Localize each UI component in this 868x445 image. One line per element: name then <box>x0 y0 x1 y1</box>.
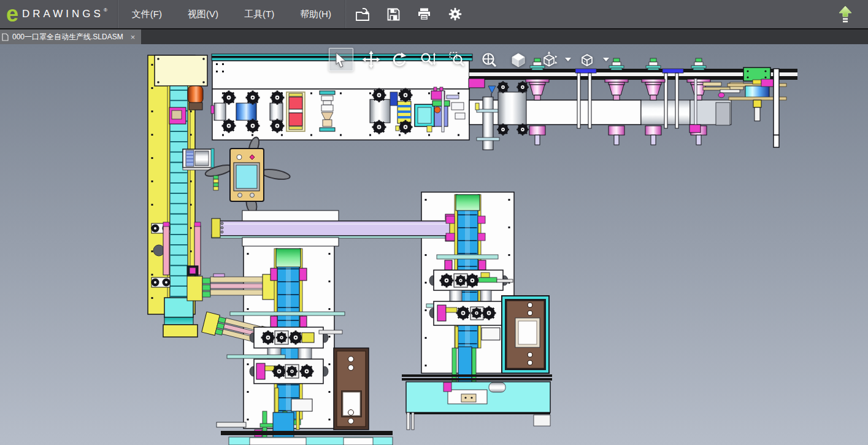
logo-wordmark: DRAWINGS <box>22 8 104 20</box>
zoom-window-icon <box>449 52 466 68</box>
tab-close-icon[interactable]: × <box>131 33 136 42</box>
rotate-arrow-icon <box>391 52 408 68</box>
publish-button[interactable] <box>837 5 868 23</box>
drawing-canvas[interactable] <box>0 44 868 445</box>
zoom-window-tool-button[interactable] <box>447 50 467 69</box>
menu-items: 文件(F) 视图(V) 工具(T) 帮助(H) <box>118 6 345 23</box>
quick-toolbar <box>346 6 472 23</box>
menubar: e DRAWINGS ® 文件(F) 视图(V) 工具(T) 帮助(H) <box>0 0 868 28</box>
menu-tools[interactable]: 工具(T) <box>240 6 278 23</box>
logo-e-glyph: e <box>6 2 18 26</box>
rotate-tool-button[interactable] <box>390 50 409 69</box>
zoom-fit-icon <box>481 52 497 68</box>
document-icon <box>2 33 9 41</box>
pan-arrows-icon <box>362 50 380 69</box>
print-button[interactable] <box>416 6 433 23</box>
right-machine-tank[interactable] <box>406 382 550 412</box>
shaded-view-button[interactable] <box>509 50 528 69</box>
select-tool-button[interactable] <box>329 48 353 71</box>
document-tab[interactable]: 000一口罩全自动生产线.SLDASM × <box>0 29 141 44</box>
save-icon <box>386 7 401 22</box>
view-orientation-caret[interactable] <box>565 58 571 61</box>
rotary-fixture[interactable] <box>204 136 291 215</box>
assembly-drawing <box>0 44 868 445</box>
menu-help[interactable]: 帮助(H) <box>296 6 335 23</box>
view-orientation-button[interactable] <box>539 50 559 69</box>
zoom-fit-tool-button[interactable] <box>479 50 499 69</box>
menu-view[interactable]: 视图(V) <box>184 6 222 23</box>
edrawings-logo: e DRAWINGS ® <box>0 0 117 28</box>
middle-control-panel[interactable] <box>334 348 369 430</box>
edrawings-window: e DRAWINGS ® 文件(F) 视图(V) 工具(T) 帮助(H) <box>0 0 868 445</box>
top-line-right-section[interactable] <box>469 58 797 150</box>
tab-title: 000一口罩全自动生产线.SLDASM <box>12 32 123 42</box>
menu-file[interactable]: 文件(F) <box>128 6 166 23</box>
open-button[interactable] <box>355 6 372 23</box>
print-icon <box>417 7 432 22</box>
publish-up-arrow-icon <box>837 5 853 23</box>
settings-button[interactable] <box>447 6 464 23</box>
display-style-button[interactable] <box>577 50 597 69</box>
orientation-cube-icon <box>540 51 558 68</box>
shaded-cube-icon <box>510 51 527 68</box>
zoom-updown-icon <box>420 52 437 68</box>
save-button[interactable] <box>385 6 402 23</box>
pan-tool-button[interactable] <box>361 50 381 69</box>
right-control-panel[interactable] <box>502 296 549 373</box>
gear-icon <box>447 6 463 22</box>
cursor-arrow-icon <box>333 52 349 68</box>
wireframe-cube-icon <box>578 51 596 68</box>
display-style-caret[interactable] <box>603 58 609 61</box>
tab-bar: 000一口罩全自动生产线.SLDASM × <box>0 28 868 44</box>
registered-mark: ® <box>104 7 107 13</box>
zoom-tool-button[interactable] <box>418 50 438 69</box>
folder-open-icon <box>355 7 371 22</box>
